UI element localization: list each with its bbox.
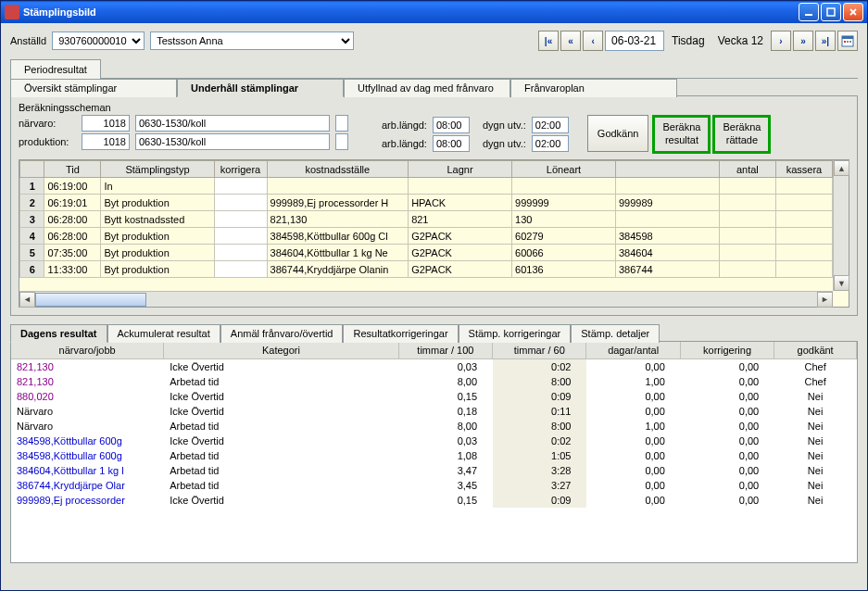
cell-lagnr[interactable]: HPACK [409, 195, 512, 211]
restab-resultatkorr[interactable]: Resultatkorrigeringar [343, 324, 458, 343]
nav-first-button[interactable]: |« [538, 31, 559, 51]
cell-typ[interactable]: Bytt kostnadssted [101, 211, 214, 228]
tab-periodresultat[interactable]: Periodresultat [10, 59, 101, 79]
narvaro-code-field[interactable] [82, 115, 130, 132]
employee-id-dropdown[interactable]: 930760000010160 [52, 31, 145, 50]
table-row[interactable]: NärvaroArbetad tid8,008:001,000,00Nei [11, 419, 857, 434]
cell-antal[interactable] [719, 245, 775, 261]
cell-antal[interactable] [719, 195, 775, 211]
cell-job[interactable]: 386744,Kryddjärpe Olar [11, 478, 164, 493]
produktion-extra-field[interactable] [335, 133, 348, 150]
cell-antal[interactable] [719, 228, 775, 245]
arblang-prod-field[interactable] [433, 135, 470, 152]
cell-korrigera[interactable] [214, 211, 267, 228]
close-button[interactable] [843, 3, 863, 21]
cell-kost[interactable]: 999989,Ej processorder H [267, 195, 409, 211]
cell-job[interactable]: 821,130 [11, 359, 164, 375]
date-field[interactable]: 06-03-21 [605, 31, 664, 51]
godkann-button[interactable]: Godkänn [587, 115, 649, 152]
cell-tid[interactable]: 07:35:00 [44, 245, 101, 261]
nav-fastnext-button[interactable]: » [793, 31, 813, 51]
cell-loneart[interactable]: 60279 [512, 228, 616, 245]
cell-korrigera[interactable] [214, 228, 267, 245]
cell-col7[interactable]: 384598 [615, 228, 719, 245]
cell-job[interactable]: 384598,Köttbullar 600g [11, 434, 164, 448]
cell-typ[interactable]: Byt produktion [101, 261, 214, 278]
produktion-name-field[interactable] [135, 133, 330, 150]
cell-kassera[interactable] [775, 228, 832, 245]
rescol-t100[interactable]: timmar / 100 [398, 342, 492, 359]
restab-dagens[interactable]: Dagens resultat [10, 324, 107, 343]
nav-prev-button[interactable]: ‹ [583, 31, 603, 51]
cell-col7[interactable]: 384604 [615, 245, 719, 261]
hscroll-thumb[interactable] [35, 293, 146, 307]
cell-col7[interactable] [615, 178, 719, 195]
cell-loneart[interactable]: 999999 [512, 195, 616, 211]
table-row[interactable]: 384604,Köttbullar 1 kg lArbetad tid3,473… [11, 463, 857, 478]
cell-kassera[interactable] [775, 211, 832, 228]
berakna-resultat-button[interactable]: Beräkna resultat [652, 115, 711, 154]
cell-col7[interactable]: 386744 [615, 261, 719, 278]
results-table[interactable]: närvaro/jobb Kategori timmar / 100 timma… [11, 342, 857, 508]
col-kostnad[interactable]: kostnadsställe [267, 161, 409, 178]
restab-stampdet[interactable]: Stämp. detaljer [571, 324, 660, 343]
maximize-button[interactable] [821, 3, 841, 21]
table-row[interactable]: 821,130Arbetad tid8,008:001,000,00Chef [11, 374, 857, 389]
scroll-left-icon[interactable]: ◄ [19, 292, 35, 308]
arblang-narvaro-field[interactable] [433, 117, 470, 133]
nav-fastprev-button[interactable]: « [560, 31, 581, 51]
cell-tid[interactable]: 06:19:00 [44, 178, 101, 195]
table-row[interactable]: 384598,Köttbullar 600gArbetad tid1,081:0… [11, 448, 857, 463]
table-row[interactable]: 386744,Kryddjärpe OlarArbetad tid3,453:2… [11, 478, 857, 493]
cell-job[interactable]: Närvaro [11, 404, 164, 419]
table-row[interactable]: 106:19:00In [20, 178, 833, 195]
col-loneart[interactable]: Löneart [512, 161, 616, 178]
cell-antal[interactable] [719, 178, 775, 195]
cell-lagnr[interactable]: G2PACK [409, 245, 512, 261]
cell-korrigera[interactable] [214, 178, 267, 195]
cell-job[interactable]: 880,020 [11, 389, 164, 404]
calendar-button[interactable] [837, 31, 858, 51]
cell-antal[interactable] [719, 261, 775, 278]
table-row[interactable]: 507:35:00Byt produktion384604,Köttbullar… [20, 245, 833, 261]
cell-tid[interactable]: 06:28:00 [44, 228, 101, 245]
cell-kost[interactable]: 386744,Kryddjärpe Olanin [267, 261, 409, 278]
table-row[interactable]: 880,020Icke Övertid0,150:090,000,00Nei [11, 389, 857, 404]
table-row[interactable]: 306:28:00Bytt kostnadssted821,130821130 [20, 211, 833, 228]
table-row[interactable]: 406:28:00Byt produktion384598,Köttbullar… [20, 228, 833, 245]
cell-korrigera[interactable] [214, 245, 267, 261]
subtab-overview[interactable]: Översikt stämplingar [10, 79, 177, 97]
table-row[interactable]: 206:19:01Byt produktion999989,Ej process… [20, 195, 833, 211]
stampings-grid[interactable]: Tid Stämplingstyp korrigera kostnadsstäl… [19, 160, 833, 278]
cell-loneart[interactable] [512, 178, 616, 195]
narvaro-extra-field[interactable] [335, 115, 348, 132]
cell-job[interactable]: 384598,Köttbullar 600g [11, 448, 164, 463]
cell-typ[interactable]: Byt produktion [101, 245, 214, 261]
subtab-maintenance[interactable]: Underhåll stämplingar [177, 79, 344, 97]
cell-kassera[interactable] [775, 178, 832, 195]
cell-tid[interactable]: 06:28:00 [44, 211, 101, 228]
cell-kassera[interactable] [775, 261, 832, 278]
grid-hscroll[interactable]: ◄ ► [19, 291, 833, 307]
cell-typ[interactable]: In [101, 178, 214, 195]
cell-tid[interactable]: 06:19:01 [44, 195, 101, 211]
cell-kassera[interactable] [775, 245, 832, 261]
cell-kost[interactable]: 384598,Köttbullar 600g Cl [267, 228, 409, 245]
col-kassera[interactable]: kassera [775, 161, 832, 178]
cell-korrigera[interactable] [214, 261, 267, 278]
dygnutv-narvaro-field[interactable] [532, 117, 569, 133]
cell-kassera[interactable] [775, 195, 832, 211]
cell-lagnr[interactable]: G2PACK [409, 228, 512, 245]
cell-lagnr[interactable]: 821 [409, 211, 512, 228]
cell-antal[interactable] [719, 211, 775, 228]
cell-col7[interactable]: 999989 [615, 195, 719, 211]
cell-loneart[interactable]: 60066 [512, 245, 616, 261]
nav-last-button[interactable]: »| [815, 31, 836, 51]
nav-next-button[interactable]: › [771, 31, 791, 51]
cell-korrigera[interactable] [214, 195, 267, 211]
cell-loneart[interactable]: 130 [512, 211, 616, 228]
restab-anmal[interactable]: Anmäl frånvaro/övertid [220, 324, 344, 343]
subtab-absenceplan[interactable]: Frånvaroplan [510, 79, 677, 97]
cell-lagnr[interactable]: G2PACK [409, 261, 512, 278]
produktion-code-field[interactable] [82, 133, 130, 150]
